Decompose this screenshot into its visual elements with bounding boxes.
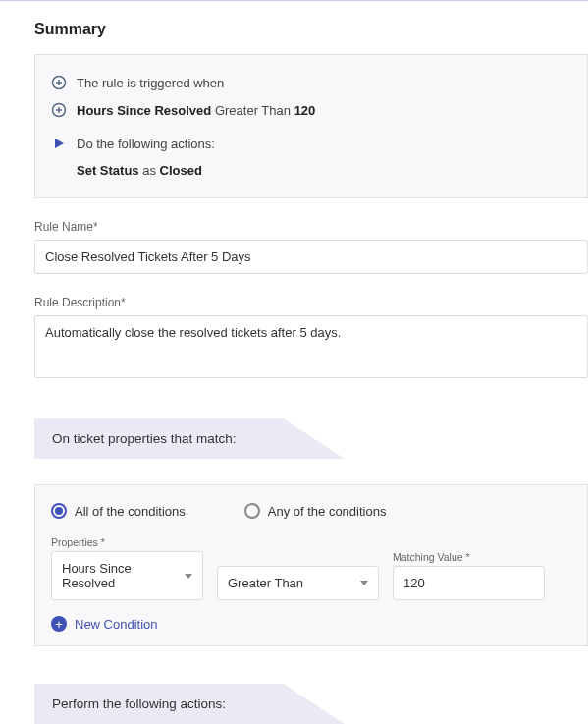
conditions-header: On ticket properties that match: <box>34 418 588 459</box>
conditions-panel: All of the conditions Any of the conditi… <box>34 484 588 646</box>
rule-description-label: Rule Description* <box>34 296 588 309</box>
chevron-down-icon <box>360 581 368 585</box>
radio-any-conditions[interactable]: Any of the conditions <box>244 503 387 519</box>
actions-header: Perform the following actions: <box>34 684 588 724</box>
plus-circle-icon <box>51 75 67 90</box>
operator-value: Greater Than <box>228 576 303 590</box>
rule-name-input[interactable] <box>34 240 588 274</box>
new-condition-button[interactable]: + New Condition <box>51 616 571 632</box>
new-condition-label: New Condition <box>75 617 158 632</box>
operator-select[interactable]: Greater Than <box>217 566 379 600</box>
summary-action: Set Status as Closed <box>77 163 202 178</box>
radio-all-label: All of the conditions <box>75 504 186 519</box>
chevron-down-icon <box>185 574 192 579</box>
summary-panel: The rule is triggered when Hours Since R… <box>34 54 588 198</box>
plus-icon: + <box>51 616 67 632</box>
operator-spacer <box>217 551 379 563</box>
matching-value-label: Matching Value * <box>393 551 545 563</box>
radio-checked-icon <box>51 503 67 519</box>
page-title: Summary <box>34 21 588 38</box>
rule-description-input[interactable]: Automatically close the resolved tickets… <box>34 315 588 378</box>
play-icon <box>51 136 67 151</box>
properties-select[interactable]: Hours Since Resolved <box>51 551 203 600</box>
summary-trigger-text: The rule is triggered when <box>77 76 224 90</box>
rule-name-label: Rule Name* <box>34 220 588 234</box>
properties-value: Hours Since Resolved <box>62 561 185 590</box>
plus-circle-icon <box>51 102 67 118</box>
properties-label: Properties * <box>51 536 203 548</box>
radio-any-label: Any of the conditions <box>268 504 387 519</box>
matching-value-input[interactable] <box>393 566 545 600</box>
radio-unchecked-icon <box>244 503 260 519</box>
radio-all-conditions[interactable]: All of the conditions <box>51 503 186 519</box>
summary-condition: Hours Since Resolved Greater Than 120 <box>77 103 315 118</box>
summary-actions-intro: Do the following actions: <box>77 137 215 151</box>
